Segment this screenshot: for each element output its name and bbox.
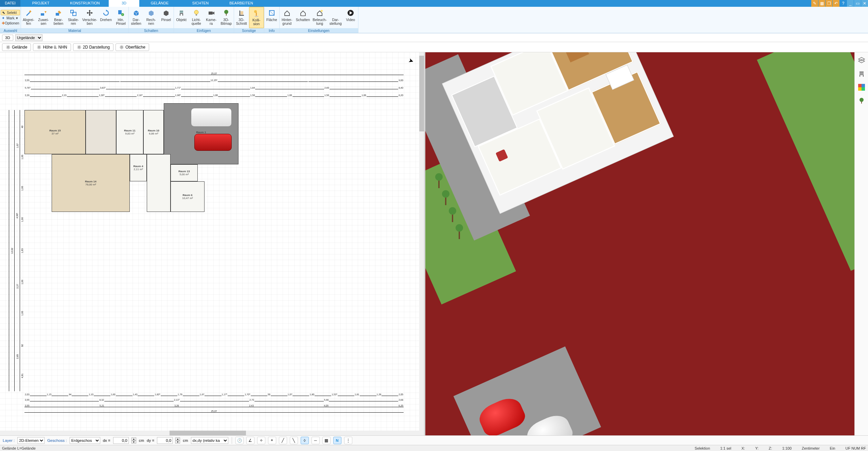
svg-rect-37 [861, 102, 862, 104]
tab-konstruktion[interactable]: KONSTRUKTION [61, 0, 109, 7]
titlebar-box-icon[interactable]: ❒ [826, 0, 832, 7]
oberflaeche-button[interactable]: Oberfläche [116, 43, 149, 51]
2d-darstellung-button[interactable]: 2D Darstellung [73, 43, 113, 51]
snap-icon[interactable]: ✧ [257, 437, 265, 444]
group-label-sonstige: Sonstige [234, 28, 264, 33]
house-shadow-icon [298, 8, 308, 18]
tab-bearbeiten[interactable]: BEARBEITEN [221, 0, 262, 7]
coord-mode-select[interactable]: dx,dy (relativ ka [191, 437, 228, 444]
rechnen-button[interactable]: Rech- nen [144, 7, 159, 28]
gelaende-button[interactable]: Gelände [2, 43, 31, 51]
node-snap-icon[interactable]: N [333, 437, 341, 444]
2d-horizontal-scrollbar[interactable] [0, 431, 424, 435]
helper-lines2-icon[interactable]: ╲ [290, 437, 298, 444]
rail-palette-icon[interactable] [857, 83, 866, 92]
status-selection: Selektion [695, 446, 710, 450]
layer-select[interactable]: 2D-Elemen [17, 437, 45, 444]
2d-vertical-scrollbar[interactable] [419, 52, 424, 431]
svg-point-15 [224, 10, 228, 14]
tab-projekt[interactable]: PROJEKT [20, 0, 61, 7]
select-button[interactable]: ⬉Selekt [1, 10, 20, 15]
floor-select[interactable]: Erdgeschos [70, 437, 100, 444]
lichtquelle-button[interactable]: Licht- quelle [189, 7, 204, 28]
tab-3d[interactable]: 3D [109, 0, 139, 7]
clock-icon[interactable]: 🕑 [235, 437, 244, 444]
zuweisen-button[interactable]: Zuwei- sen [36, 7, 51, 28]
pinsel-button[interactable]: Pinsel [159, 7, 174, 28]
dy-input[interactable] [157, 437, 173, 444]
room-15: Raum 1537 m² [24, 110, 86, 154]
dx-spinner[interactable]: ▲▼ [131, 437, 136, 444]
hintergrund-button[interactable]: Hinter- grund [280, 7, 295, 28]
verschieben-button[interactable]: Verschie- ben [81, 7, 99, 28]
rail-chair-icon[interactable] [857, 69, 866, 78]
tab-sichten[interactable]: SICHTEN [180, 0, 221, 7]
objekt-button[interactable]: Objekt [174, 7, 189, 28]
grid-toggle-icon[interactable]: ▦ [322, 437, 331, 444]
more-icon[interactable]: ⋮ [344, 437, 352, 444]
hoehe-button[interactable]: Höhe ü. NHN [33, 43, 71, 51]
helper-lines-icon[interactable]: ╱ [279, 437, 287, 444]
floor-label: Geschoss : [47, 438, 67, 443]
dx-input[interactable] [113, 437, 129, 444]
rail-tree-icon[interactable] [857, 96, 866, 105]
beleuchtung-button[interactable]: Beleuch- tung [311, 7, 328, 28]
angle-icon[interactable]: ∠ [246, 437, 254, 444]
svg-rect-14 [209, 12, 213, 15]
kamera-button[interactable]: Kame- ra [204, 7, 219, 28]
lightbulb-icon [192, 8, 201, 18]
svg-rect-18 [256, 13, 257, 16]
ribbon-group-sonstige: 3D- Schnitt Kolli- sion Sonstige [234, 7, 264, 33]
svg-rect-11 [182, 14, 183, 16]
3dbitmap-button[interactable]: 3D- Bitmap [219, 7, 234, 28]
ribbon-auswahl-group: ⬉Selekt ✦Mark.▾ ✚Optionen Auswahl [0, 7, 21, 33]
gear-icon [119, 45, 124, 50]
svg-point-22 [321, 10, 323, 12]
tab-gelaende[interactable]: GELÄNDE [139, 0, 180, 7]
video-button[interactable]: Video [343, 7, 358, 28]
options-button[interactable]: ✚Optionen [1, 21, 20, 25]
titlebar-tool-icon[interactable]: ✎ [811, 0, 818, 7]
kollision-button[interactable]: Kolli- sion [249, 7, 264, 28]
play-icon [346, 8, 355, 18]
stairs [147, 154, 171, 212]
hinpinsel-button[interactable]: +Hin. Pinsel [113, 7, 128, 28]
drehen-button[interactable]: Drehen [99, 7, 113, 28]
skalieren-button[interactable]: Skalie- ren [66, 7, 81, 28]
bearbeiten-button[interactable]: Bear- beiten [51, 7, 66, 28]
line-icon[interactable]: ─ [312, 437, 320, 444]
eyedropper-icon [24, 8, 33, 18]
context-bar: 3D Urgelände [0, 33, 868, 42]
titlebar-undo-icon[interactable]: ↶ [833, 0, 839, 7]
dy-spinner[interactable]: ▲▼ [175, 437, 180, 444]
grid-origin-icon[interactable]: ⌖ [268, 437, 276, 444]
window-close-button[interactable]: ✕ [861, 0, 868, 7]
tab-datei[interactable]: DATEI [0, 0, 20, 7]
titlebar-help-icon[interactable]: ? [840, 0, 847, 7]
rail-layers-icon[interactable] [857, 56, 866, 65]
svg-point-36 [860, 98, 864, 102]
svg-rect-29 [860, 74, 864, 75]
flaeche-button[interactable]: Fläche [264, 7, 279, 28]
status-bar: Gelände L=Gelände Selektion 1:1 sel X: Y… [0, 445, 868, 451]
schatten-settings-button[interactable]: Schatten [295, 7, 311, 28]
mark-button[interactable]: ✦Mark.▾ [1, 16, 20, 20]
ribbon-group-info: Fläche Info [264, 7, 280, 33]
2d-plan-viewport[interactable]: ➤ 25,07 3,5512,25⁵9,00 5,78⁵3,83⁵1,71⁵1,… [0, 52, 425, 435]
abgreifen-button[interactable]: Abgrei- fen [21, 7, 36, 28]
room-10: Raum 106,86 m² [143, 110, 164, 154]
darstellung-button[interactable]: Dar- stellung [328, 7, 343, 28]
darstellen-button[interactable]: Dar- stellen [129, 7, 144, 28]
section-icon [237, 8, 246, 18]
menu-tabs: DATEI PROJEKT KONSTRUKTION 3D GELÄNDE SI… [0, 0, 868, 7]
plane-icon[interactable]: ◊ [301, 437, 309, 444]
3dschnitt-button[interactable]: 3D- Schnitt [234, 7, 249, 28]
north-arrow-icon: ➤ [408, 56, 415, 65]
view-mode-chip[interactable]: 3D [2, 35, 13, 41]
3d-viewport[interactable] [425, 52, 868, 435]
terrain-select[interactable]: Urgelände [15, 34, 42, 41]
titlebar-layers-icon[interactable]: ▦ [818, 0, 825, 7]
window-minimize-button[interactable]: _ [847, 0, 854, 7]
window-maximize-button[interactable]: ▭ [854, 0, 861, 7]
group-label-info: Info [264, 28, 279, 33]
